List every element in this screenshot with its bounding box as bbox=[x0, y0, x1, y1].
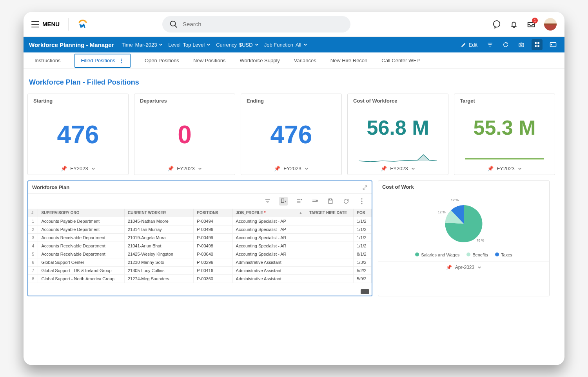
inbox-icon[interactable]: 1 bbox=[527, 20, 535, 29]
col-current-worker[interactable]: CURRENT WORKER bbox=[124, 209, 193, 217]
table-row[interactable]: 6 Global Support Center 21230-Manny Soto… bbox=[28, 258, 372, 267]
col--[interactable]: # bbox=[28, 209, 38, 217]
svg-rect-9 bbox=[537, 42, 539, 44]
pin-icon[interactable]: 📌 bbox=[446, 265, 452, 270]
table-row[interactable]: 7 Global Support - UK & Ireland Group 21… bbox=[28, 267, 372, 275]
filter-time[interactable]: Time Mar-2023 bbox=[122, 42, 163, 48]
legend-item[interactable]: Benefits bbox=[466, 253, 488, 257]
col-pos[interactable]: POS bbox=[354, 209, 372, 217]
svg-point-0 bbox=[171, 21, 176, 26]
card-ending: Ending 476 📌 FY2023 bbox=[241, 94, 342, 175]
table-row[interactable]: 4 Accounts Receivable Department 21041-A… bbox=[28, 242, 372, 250]
menu-button[interactable]: MENU bbox=[31, 21, 60, 27]
pin-icon: 📌 bbox=[381, 166, 387, 171]
tab-variances[interactable]: Variances bbox=[294, 52, 316, 69]
col-positions[interactable]: POSITIONS bbox=[194, 209, 232, 217]
grid-resize-handle[interactable] bbox=[361, 289, 369, 294]
filter-currency[interactable]: Currency $USD bbox=[216, 42, 258, 48]
pie-chart: 76 %12 %12 % Salaries and WagesBenefitsT… bbox=[378, 193, 549, 261]
pin-icon: 📌 bbox=[167, 166, 174, 171]
tabs: InstructionsFilled Positions⋮Open Positi… bbox=[24, 52, 564, 69]
card-footer[interactable]: 📌 FY2023 bbox=[33, 166, 123, 171]
card-footer[interactable]: 📌 FY2023 bbox=[140, 166, 229, 171]
card-row: Starting 476 📌 FY2023 Departures 0 📌 FY2… bbox=[27, 94, 561, 175]
tab-filled positions[interactable]: Filled Positions⋮ bbox=[74, 54, 130, 68]
col-supervisory-org[interactable]: SUPERVISORY ORG bbox=[38, 209, 125, 217]
tab-new positions[interactable]: New Positions bbox=[193, 52, 225, 69]
table-row[interactable]: 1 Accounts Payable Department 21045-Nath… bbox=[28, 217, 372, 225]
card-footer[interactable]: 📌 FY2023 bbox=[460, 166, 549, 171]
pin-icon: 📌 bbox=[487, 166, 494, 171]
menu-label: MENU bbox=[42, 21, 60, 27]
toolbar-rows-icon[interactable] bbox=[295, 197, 303, 206]
filter-bar: Workforce Planning - Manager Time Mar-20… bbox=[24, 37, 564, 52]
svg-point-23 bbox=[301, 199, 301, 200]
card-value: 56.8 M bbox=[353, 104, 443, 152]
legend-item[interactable]: Salaries and Wages bbox=[415, 253, 459, 257]
refresh-icon[interactable] bbox=[500, 39, 511, 50]
toolbar-more-icon[interactable] bbox=[358, 197, 366, 206]
col-target-hire-date[interactable]: TARGET HIRE DATE bbox=[306, 209, 353, 217]
top-icon-group: 1 bbox=[492, 18, 557, 31]
filter-level[interactable]: Level Top Level bbox=[168, 42, 211, 48]
chat-icon[interactable] bbox=[492, 20, 501, 29]
divider bbox=[68, 18, 69, 31]
edit-button[interactable]: Edit bbox=[459, 40, 480, 50]
period-label: Apr-2023 bbox=[455, 265, 474, 270]
col-job-profile[interactable]: JOB_PROFILE *▲ bbox=[232, 209, 306, 217]
search-icon bbox=[169, 20, 178, 29]
search-input[interactable] bbox=[162, 16, 350, 32]
chevron-down-icon[interactable] bbox=[477, 265, 481, 269]
svg-rect-8 bbox=[535, 42, 537, 44]
grid-view-icon[interactable] bbox=[532, 39, 543, 50]
expand-icon[interactable] bbox=[362, 185, 368, 190]
card-value: 55.3 M bbox=[460, 104, 549, 152]
table-row[interactable]: 2 Accounts Payable Department 21314-Ian … bbox=[28, 225, 372, 234]
svg-line-1 bbox=[175, 25, 177, 27]
toolbar-filter-icon[interactable] bbox=[263, 197, 272, 206]
table-row[interactable]: 5 Accounts Receivable Department 21425-W… bbox=[28, 250, 372, 258]
topbar: MENU 1 bbox=[24, 12, 564, 37]
pin-icon: 📌 bbox=[61, 166, 67, 171]
toolbar-delete-icon[interactable] bbox=[310, 197, 319, 206]
workday-logo-icon[interactable] bbox=[77, 19, 88, 30]
card-title: Starting bbox=[33, 98, 123, 104]
filter-icon[interactable] bbox=[485, 39, 495, 50]
tab-menu-icon[interactable]: ⋮ bbox=[119, 58, 124, 63]
svg-point-31 bbox=[361, 203, 362, 204]
svg-point-29 bbox=[361, 198, 362, 199]
present-icon[interactable] bbox=[547, 40, 559, 50]
camera-icon[interactable] bbox=[516, 39, 527, 50]
tab-workforce supply[interactable]: Workforce Supply bbox=[240, 52, 279, 69]
card-footer[interactable]: 📌 FY2023 bbox=[353, 166, 443, 171]
legend-item[interactable]: Taxes bbox=[495, 253, 512, 257]
toolbar-insert-icon[interactable] bbox=[279, 197, 288, 206]
toolbar-refresh-icon[interactable] bbox=[342, 197, 350, 206]
panel-header: Workforce Plan bbox=[28, 181, 372, 194]
card-footer[interactable]: 📌 FY2023 bbox=[247, 166, 336, 171]
table-row[interactable]: 8 Global Support - North America Group 2… bbox=[28, 275, 372, 283]
avatar[interactable] bbox=[544, 18, 557, 31]
grid-header-row: #SUPERVISORY ORGCURRENT WORKERPOSITIONSJ… bbox=[28, 209, 372, 217]
card-value: 476 bbox=[247, 104, 336, 166]
bell-icon[interactable] bbox=[510, 20, 518, 29]
filter-job function[interactable]: Job Function All bbox=[264, 42, 307, 48]
panel-footer: 📌 Apr-2023 bbox=[378, 261, 549, 273]
tab-instructions[interactable]: Instructions bbox=[34, 52, 60, 69]
search-field[interactable] bbox=[183, 21, 343, 27]
tab-new hire recon[interactable]: New Hire Recon bbox=[330, 52, 368, 69]
chevron-down-icon bbox=[91, 167, 95, 171]
card-value: 0 bbox=[140, 104, 229, 166]
tab-call center wfp[interactable]: Call Center WFP bbox=[381, 52, 420, 69]
card-value: 476 bbox=[33, 104, 123, 166]
panel-header: Cost of Work bbox=[378, 181, 549, 193]
data-grid[interactable]: #SUPERVISORY ORGCURRENT WORKERPOSITIONSJ… bbox=[28, 209, 372, 283]
pin-icon: 📌 bbox=[274, 166, 280, 171]
pie-label: 12 % bbox=[451, 198, 459, 202]
card-title: Target bbox=[460, 98, 549, 104]
tab-open positions[interactable]: Open Positions bbox=[145, 52, 179, 69]
svg-rect-11 bbox=[537, 45, 539, 47]
table-row[interactable]: 3 Accounts Receivable Department 21019-A… bbox=[28, 234, 372, 242]
toolbar-save-icon[interactable] bbox=[326, 197, 335, 206]
grid-toolbar bbox=[28, 194, 372, 209]
